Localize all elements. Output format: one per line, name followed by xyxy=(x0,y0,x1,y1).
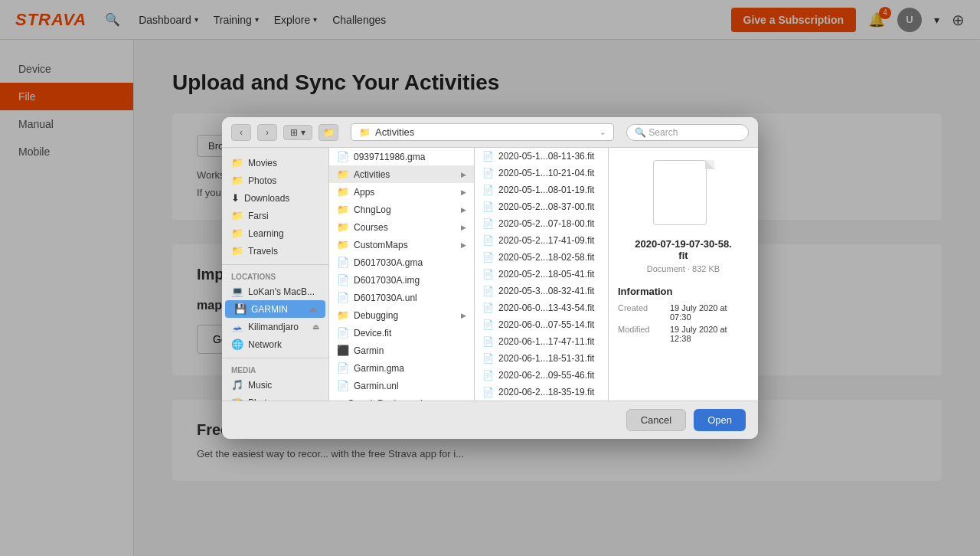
subfile-4[interactable]: 📄 2020-05-2...07-18-00.fit xyxy=(475,215,608,232)
folder-arrow-icon: ▶ xyxy=(461,224,466,231)
locations-label: Locations xyxy=(222,270,328,283)
file-custommaps[interactable]: 📁 CustomMaps ▶ xyxy=(329,236,474,253)
folder-arrow-icon: ▶ xyxy=(461,241,466,249)
dialog-footer: Cancel Open xyxy=(222,401,758,439)
file-courses[interactable]: 📁 Courses ▶ xyxy=(329,218,474,236)
file-d6017030a-gma[interactable]: 📄 D6017030A.gma xyxy=(329,253,474,271)
dialog-back-button[interactable]: ‹ xyxy=(231,124,251,141)
location-folder-icon: 📁 xyxy=(359,127,371,138)
file-icon: 📄 xyxy=(337,327,349,339)
subfile-11[interactable]: 📄 2020-06-1...17-47-11.fit xyxy=(475,333,608,350)
file-chnglog[interactable]: 📁 ChngLog ▶ xyxy=(329,201,474,218)
sidebar-downloads[interactable]: ⬇ Downloads xyxy=(222,189,328,207)
file-icon: 📄 xyxy=(337,292,349,303)
doc-body xyxy=(653,160,707,225)
dialog-open-button[interactable]: Open xyxy=(694,409,746,431)
subfile-0[interactable]: 📄 2020-05-1...08-11-36.fit xyxy=(475,148,608,165)
dialog-left-sidebar: 📁 Movies 📁 Photos ⬇ Downloads 📁 Farsi 📁 xyxy=(222,148,329,401)
fit-file-icon: 📄 xyxy=(482,387,494,397)
subfile-5[interactable]: 📄 2020-05-2...17-41-09.fit xyxy=(475,232,608,249)
dialog-file-list: 📄 0939711986.gma 📁 Activities ▶ 📁 Apps ▶… xyxy=(329,148,475,401)
view-icon: ⊞ xyxy=(290,127,298,138)
learning-icon: 📁 xyxy=(231,227,243,239)
sidebar-learning[interactable]: 📁 Learning xyxy=(222,224,328,242)
file-device-fit[interactable]: 📄 Device.fit xyxy=(329,324,474,342)
subfile-14[interactable]: 📄 2020-06-2...18-35-19.fit xyxy=(475,384,608,401)
dialog-body: 📁 Movies 📁 Photos ⬇ Downloads 📁 Farsi 📁 xyxy=(222,148,758,401)
sidebar-photos-media[interactable]: 📸 Photos xyxy=(222,394,328,401)
dialog-search-input[interactable]: 🔍 Search xyxy=(626,124,749,141)
file-icon: 📄 xyxy=(337,274,349,286)
dialog-preview-panel: 2020-07-19-07-30-58. fit Document · 832 … xyxy=(609,148,758,401)
created-value: 19 July 2020 at 07:30 xyxy=(670,303,749,322)
music-icon: 🎵 xyxy=(231,379,243,391)
dialog-view-button[interactable]: ⊞ ▾ xyxy=(283,125,312,140)
folder-icon: 📁 xyxy=(337,309,349,321)
subfile-2[interactable]: 📄 2020-05-1...08-01-19.fit xyxy=(475,182,608,198)
sidebar-garmin[interactable]: 💾 GARMIN ⏏ xyxy=(225,300,325,318)
subfile-7[interactable]: 📄 2020-05-2...18-05-41.fit xyxy=(475,266,608,283)
doc-corner xyxy=(705,160,714,169)
travels-icon: 📁 xyxy=(231,245,243,257)
file-garmin[interactable]: ⬛ Garmin xyxy=(329,342,474,359)
subfile-3[interactable]: 📄 2020-05-2...08-37-00.fit xyxy=(475,198,608,215)
file-icon: 📄 xyxy=(337,151,349,162)
preview-created-row: Created 19 July 2020 at 07:30 xyxy=(618,303,749,322)
preview-filename: 2020-07-19-07-30-58. fit xyxy=(635,238,731,261)
kilimandjaro-icon: 🗻 xyxy=(231,321,243,332)
folder-arrow-icon: ▶ xyxy=(461,206,466,214)
subfile-13[interactable]: 📄 2020-06-2...09-55-46.fit xyxy=(475,367,608,384)
folder-icon: 📁 xyxy=(337,204,349,215)
file-apps[interactable]: 📁 Apps ▶ xyxy=(329,183,474,201)
folder-icon: 📁 xyxy=(337,168,349,180)
fit-file-icon: 📄 xyxy=(482,185,494,195)
file-d6017030a-img[interactable]: 📄 D6017030A.img xyxy=(329,271,474,289)
file-garmindevice-xml[interactable]: ● GarminDevice.xml xyxy=(329,394,474,401)
subfile-12[interactable]: 📄 2020-06-1...18-51-31.fit xyxy=(475,350,608,367)
fit-file-icon: 📄 xyxy=(482,201,494,212)
file-activities[interactable]: 📁 Activities ▶ xyxy=(329,165,474,183)
sidebar-kilimandjaro[interactable]: 🗻 Kilimandjaro ⏏ xyxy=(222,318,328,335)
file-dialog-overlay[interactable]: ‹ › ⊞ ▾ 📁 📁 Activities ⌄ 🔍 Search 📁 Movi… xyxy=(0,0,980,556)
fit-file-icon: 📄 xyxy=(482,319,494,330)
dialog-new-folder-button[interactable]: 📁 xyxy=(318,124,338,141)
preview-modified-row: Modified 19 July 2020 at 12:38 xyxy=(618,325,749,343)
subfile-10[interactable]: 📄 2020-06-0...07-55-14.fit xyxy=(475,316,608,333)
network-icon: 🌐 xyxy=(231,339,243,350)
dialog-cancel-button[interactable]: Cancel xyxy=(626,409,686,431)
eject-garmin-icon[interactable]: ⏏ xyxy=(309,305,316,313)
fit-file-icon: 📄 xyxy=(482,252,494,263)
dialog-forward-button[interactable]: › xyxy=(257,124,277,141)
file-debugging[interactable]: 📁 Debugging ▶ xyxy=(329,306,474,324)
subfile-6[interactable]: 📄 2020-05-2...18-02-58.fit xyxy=(475,249,608,266)
location-arrow-icon: ⌄ xyxy=(599,128,606,136)
fit-file-icon: 📄 xyxy=(482,286,494,296)
sidebar-farsi[interactable]: 📁 Farsi xyxy=(222,207,328,224)
sidebar-music[interactable]: 🎵 Music xyxy=(222,376,328,394)
sidebar-travels[interactable]: 📁 Travels xyxy=(222,242,328,260)
photos-icon: 📁 xyxy=(231,175,243,186)
fit-file-icon: 📄 xyxy=(482,303,494,313)
fit-file-icon: 📄 xyxy=(482,336,494,347)
sidebar-movies[interactable]: 📁 Movies xyxy=(222,154,328,172)
garmin-icon: 💾 xyxy=(234,303,247,315)
preview-info-label: Information xyxy=(618,286,673,297)
file-icon: 📄 xyxy=(337,257,349,268)
file-d6017030a-unl[interactable]: 📄 D6017030A.unl xyxy=(329,289,474,306)
subfile-9[interactable]: 📄 2020-06-0...13-43-54.fit xyxy=(475,299,608,316)
fit-file-icon: 📄 xyxy=(482,151,494,162)
file-preview-icon xyxy=(653,160,714,229)
subfile-8[interactable]: 📄 2020-05-3...08-32-41.fit xyxy=(475,283,608,299)
created-label: Created xyxy=(618,303,664,322)
sidebar-photos[interactable]: 📁 Photos xyxy=(222,172,328,189)
farsi-icon: 📁 xyxy=(231,210,243,221)
fit-file-icon: 📄 xyxy=(482,218,494,229)
file-garmin-gma[interactable]: 📄 Garmin.gma xyxy=(329,359,474,377)
file-0939711986[interactable]: 📄 0939711986.gma xyxy=(329,148,474,165)
modified-label: Modified xyxy=(618,325,664,343)
sidebar-lokans-mac[interactable]: 💻 LoKan's MacB... xyxy=(222,283,328,300)
sidebar-network[interactable]: 🌐 Network xyxy=(222,335,328,353)
eject-kilimandjaro-icon[interactable]: ⏏ xyxy=(312,322,319,331)
subfile-1[interactable]: 📄 2020-05-1...10-21-04.fit xyxy=(475,165,608,182)
file-garmin-unl[interactable]: 📄 Garmin.unl xyxy=(329,377,474,394)
